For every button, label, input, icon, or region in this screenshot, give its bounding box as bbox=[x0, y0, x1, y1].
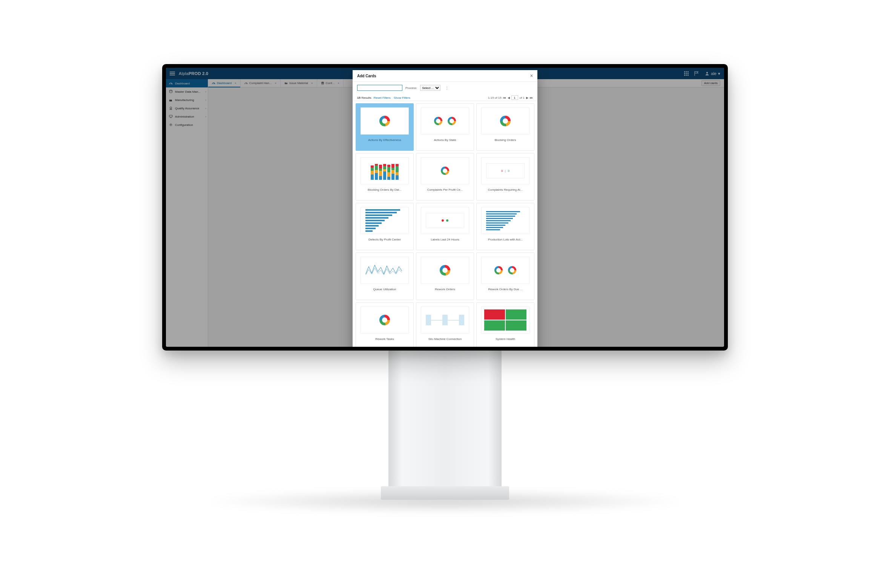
card-label: Complaints Requiring At... bbox=[479, 188, 532, 191]
donut-chart-icon bbox=[379, 315, 390, 325]
show-filters-link[interactable]: Show Filters bbox=[394, 96, 410, 100]
two-donut-icon bbox=[494, 266, 516, 274]
pager-next-icon[interactable]: ▶ bbox=[526, 96, 528, 100]
card-tile[interactable]: Production Lots with Act... bbox=[476, 203, 534, 250]
add-cards-modal: Add Cards × Process: Select ... ⋮ 15 Res… bbox=[353, 70, 537, 347]
pager: 1-15 of 15 ⏮ ◀ of 1 ▶ ⏭ bbox=[488, 95, 533, 100]
card-thumbnail bbox=[421, 306, 470, 334]
area-chart-icon bbox=[365, 263, 404, 278]
card-tile[interactable]: Complaints Per Profit Ce... bbox=[416, 153, 474, 201]
card-label: Actions By Effectiveness bbox=[358, 138, 411, 142]
card-label: Rework Orders By Due ... bbox=[479, 288, 532, 291]
card-tile[interactable]: Rework Tasks bbox=[356, 302, 414, 347]
card-thumbnail bbox=[421, 157, 470, 184]
card-thumbnail bbox=[361, 157, 409, 184]
card-label: Labels Last 24 Hours bbox=[419, 238, 471, 241]
results-label: Results bbox=[361, 96, 371, 100]
donut-chart-icon bbox=[441, 167, 449, 175]
card-tile[interactable]: ↖Actions By Effectiveness bbox=[356, 103, 414, 151]
stacked-bar-icon bbox=[371, 162, 399, 180]
pager-prev-icon[interactable]: ◀ bbox=[508, 96, 510, 100]
modal-meta: 15 Results Reset Filters Show Filters 1-… bbox=[353, 94, 537, 101]
card-thumbnail bbox=[361, 257, 409, 284]
card-thumbnail: 0|0 bbox=[481, 157, 530, 184]
pager-page-input[interactable] bbox=[511, 95, 518, 100]
card-thumbnail: ↖ bbox=[361, 107, 409, 135]
donut-chart-icon bbox=[379, 116, 390, 126]
card-label: Production Lots with Act... bbox=[479, 238, 532, 241]
donut-chart-icon bbox=[440, 265, 450, 276]
card-label: Complaints Per Profit Ce... bbox=[419, 188, 471, 191]
card-thumbnail bbox=[481, 207, 530, 234]
card-label: Actions By State bbox=[419, 138, 471, 142]
card-thumbnail bbox=[421, 257, 470, 284]
card-tile[interactable]: Rework Orders bbox=[416, 253, 474, 300]
kebab-icon[interactable]: ⋮ bbox=[445, 86, 449, 90]
card-tile[interactable]: System Health bbox=[476, 302, 534, 347]
monitor-frame: AlplaPROD 2.0 ale ▾ bbox=[162, 64, 728, 351]
cursor-icon: ↖ bbox=[403, 129, 406, 133]
search-input[interactable] bbox=[357, 85, 402, 91]
donut-chart-icon bbox=[500, 116, 511, 126]
card-thumbnail bbox=[361, 207, 409, 234]
card-tile[interactable]: Defects By Profit Center bbox=[356, 203, 414, 250]
card-thumbnail bbox=[361, 306, 409, 334]
reset-filters-link[interactable]: Reset Filters bbox=[374, 96, 391, 100]
results-count: 15 bbox=[357, 96, 361, 100]
card-grid: ↖Actions By EffectivenessActions By Stat… bbox=[356, 103, 534, 347]
card-tile[interactable]: Labels Last 24 Hours bbox=[416, 203, 474, 250]
pager-first-icon[interactable]: ⏮ bbox=[503, 96, 506, 100]
flow-icon bbox=[426, 311, 464, 329]
app-screen: AlplaPROD 2.0 ale ▾ bbox=[166, 68, 724, 347]
pager-of-label: of 1 bbox=[520, 96, 525, 100]
card-tile[interactable]: Queue Utilization bbox=[356, 253, 414, 300]
card-tile[interactable]: Silo Machine Connection bbox=[416, 302, 474, 347]
process-select[interactable]: Select ... bbox=[420, 85, 440, 91]
process-label: Process: bbox=[405, 86, 417, 90]
card-tile[interactable]: Blocking Orders bbox=[476, 103, 534, 151]
card-label: Queue Utilization bbox=[358, 288, 411, 291]
hlines-icon bbox=[486, 211, 524, 230]
card-thumbnail bbox=[481, 306, 530, 334]
close-icon[interactable]: × bbox=[530, 73, 533, 78]
dots-icon bbox=[426, 213, 464, 228]
card-label: Rework Tasks bbox=[358, 337, 411, 341]
hbar-icon bbox=[365, 209, 404, 232]
modal-toolbar: Process: Select ... ⋮ bbox=[353, 82, 537, 94]
card-label: Silo Machine Connection bbox=[419, 337, 471, 341]
pager-range: 1-15 of 15 bbox=[488, 96, 502, 100]
card-thumbnail bbox=[421, 107, 470, 135]
card-thumbnail bbox=[421, 207, 470, 234]
tiles-icon bbox=[484, 309, 526, 331]
card-thumbnail bbox=[481, 107, 530, 135]
card-tile[interactable]: Actions By State bbox=[416, 103, 474, 151]
card-label: Rework Orders bbox=[419, 288, 471, 291]
card-tile[interactable]: Rework Orders By Due ... bbox=[476, 253, 534, 300]
text-block-icon: 0|0 bbox=[486, 163, 524, 178]
card-label: Defects By Profit Center bbox=[358, 238, 411, 241]
card-tile[interactable]: 0|0Complaints Requiring At... bbox=[476, 153, 534, 201]
card-thumbnail bbox=[481, 257, 530, 284]
modal-header: Add Cards × bbox=[353, 70, 537, 82]
pager-last-icon[interactable]: ⏭ bbox=[530, 96, 533, 100]
card-label: Blocking Orders bbox=[479, 138, 532, 142]
card-label: System Health bbox=[479, 337, 532, 341]
card-label: Blocking Orders By Dat... bbox=[358, 188, 411, 191]
two-donut-icon bbox=[434, 117, 456, 125]
modal-title: Add Cards bbox=[357, 74, 376, 78]
card-tile[interactable]: Blocking Orders By Dat... bbox=[356, 153, 414, 201]
